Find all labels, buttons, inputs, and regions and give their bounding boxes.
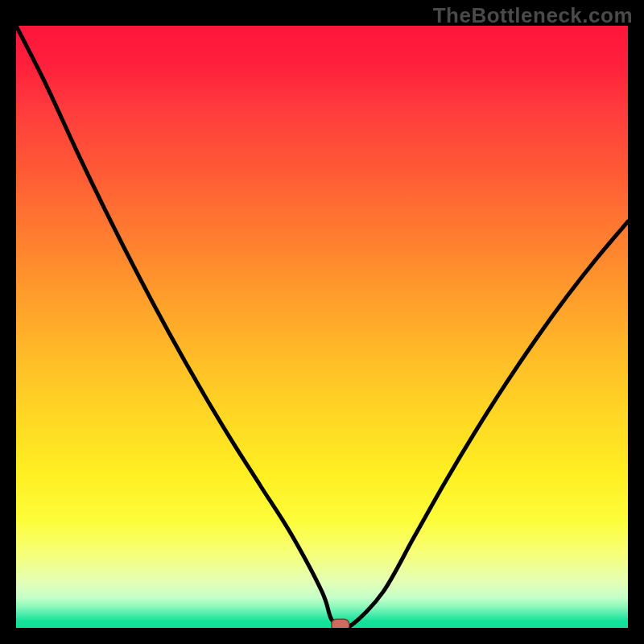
bottleneck-curve-svg	[16, 26, 628, 628]
watermark-text: TheBottleneck.com	[433, 3, 633, 28]
minimum-marker	[332, 619, 349, 628]
bottleneck-curve-path	[16, 26, 628, 627]
plot-area	[16, 26, 628, 628]
chart-frame: TheBottleneck.com	[0, 0, 644, 644]
